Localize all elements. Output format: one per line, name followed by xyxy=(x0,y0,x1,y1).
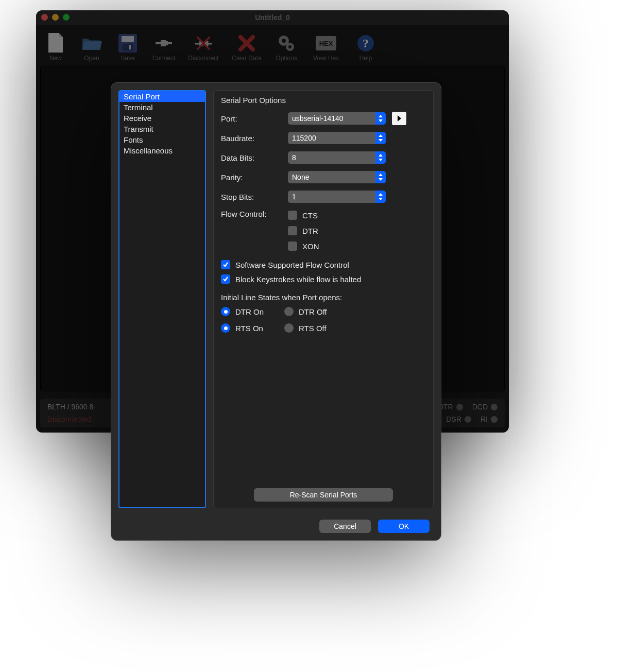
checkbox-icon xyxy=(288,211,297,220)
databits-select[interactable]: 8 xyxy=(288,151,386,164)
chevron-updown-icon xyxy=(375,171,386,183)
baud-select[interactable]: 115200 xyxy=(288,132,386,144)
databits-label: Data Bits: xyxy=(221,153,288,162)
flow-dtr-checkbox[interactable]: DTR xyxy=(288,226,319,235)
parity-select[interactable]: None xyxy=(288,171,386,183)
sidebar-item-fonts[interactable]: Fonts xyxy=(119,134,205,145)
software-flow-checkbox[interactable]: Software Supported Flow Control xyxy=(221,260,426,269)
chevron-updown-icon xyxy=(375,191,386,203)
baud-label: Baudrate: xyxy=(221,134,288,143)
block-keystrokes-checkbox[interactable]: Block Keystrokes while flow is halted xyxy=(221,274,426,284)
dtr-on-radio[interactable]: DTR On xyxy=(221,307,264,316)
chevron-updown-icon xyxy=(375,132,386,144)
dtr-off-radio[interactable]: DTR Off xyxy=(284,307,327,316)
sidebar-item-terminal[interactable]: Terminal xyxy=(119,102,205,113)
radio-icon xyxy=(284,307,294,316)
initial-states-heading: Initial Line States when Port opens: xyxy=(221,293,426,302)
parity-label: Parity: xyxy=(221,173,288,182)
radio-icon xyxy=(284,323,294,333)
rescan-button[interactable]: Re-Scan Serial Ports xyxy=(254,488,393,502)
flow-xon-checkbox[interactable]: XON xyxy=(288,242,319,251)
radio-selected-icon xyxy=(221,323,230,333)
port-label: Port: xyxy=(221,114,288,123)
sidebar-item-miscellaneous[interactable]: Miscellaneous xyxy=(119,145,205,156)
checkbox-icon xyxy=(288,242,297,251)
rts-off-radio[interactable]: RTS Off xyxy=(284,323,327,333)
options-panel: Serial Port Options Port: usbserial-1414… xyxy=(213,90,434,508)
stopbits-select[interactable]: 1 xyxy=(288,191,386,203)
panel-title: Serial Port Options xyxy=(221,96,426,105)
options-dialog: Serial Port Terminal Receive Transmit Fo… xyxy=(111,82,441,541)
port-select[interactable]: usbserial-14140 xyxy=(288,112,386,125)
ok-button[interactable]: OK xyxy=(378,520,430,533)
options-sidebar: Serial Port Terminal Receive Transmit Fo… xyxy=(118,90,206,508)
sidebar-item-receive[interactable]: Receive xyxy=(119,113,205,124)
checkbox-icon xyxy=(288,226,297,235)
checkbox-checked-icon xyxy=(221,274,230,284)
sidebar-item-serial-port[interactable]: Serial Port xyxy=(119,91,205,102)
flow-label: Flow Control: xyxy=(221,210,288,218)
port-extra-menu-button[interactable] xyxy=(392,112,406,125)
sidebar-item-transmit[interactable]: Transmit xyxy=(119,124,205,134)
cancel-button[interactable]: Cancel xyxy=(319,520,371,533)
flow-cts-checkbox[interactable]: CTS xyxy=(288,211,319,220)
stopbits-label: Stop Bits: xyxy=(221,193,288,201)
rts-on-radio[interactable]: RTS On xyxy=(221,323,264,333)
chevron-updown-icon xyxy=(375,112,386,125)
checkbox-checked-icon xyxy=(221,260,230,269)
radio-selected-icon xyxy=(221,307,230,316)
chevron-updown-icon xyxy=(375,151,386,164)
